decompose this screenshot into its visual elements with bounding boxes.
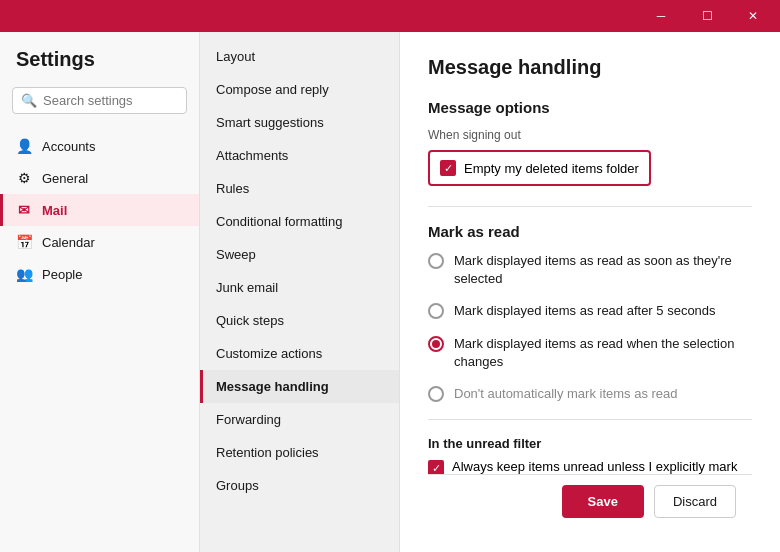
radio-3[interactable] (428, 336, 444, 352)
mid-nav-groups[interactable]: Groups (200, 469, 399, 502)
search-icon: 🔍 (21, 93, 37, 108)
accounts-icon: 👤 (16, 138, 32, 154)
radio-row-3[interactable]: Mark displayed items as read when the se… (428, 335, 752, 371)
titlebar: ─ ☐ ✕ (0, 0, 780, 32)
sidebar-title: Settings (0, 48, 199, 87)
radio-4[interactable] (428, 386, 444, 402)
mid-nav-compose[interactable]: Compose and reply (200, 73, 399, 106)
radio-row-1[interactable]: Mark displayed items as read as soon as … (428, 252, 752, 288)
page-title: Message handling (428, 56, 752, 79)
mid-nav-conditional[interactable]: Conditional formatting (200, 205, 399, 238)
empty-deleted-checkbox[interactable]: ✓ (440, 160, 456, 176)
mid-nav-layout[interactable]: Layout (200, 40, 399, 73)
close-button[interactable]: ✕ (730, 0, 776, 32)
people-icon: 👥 (16, 266, 32, 282)
sidebar-item-general-label: General (42, 171, 88, 186)
search-box[interactable]: 🔍 (12, 87, 187, 114)
divider-2 (428, 419, 752, 420)
mid-nav-smart[interactable]: Smart suggestions (200, 106, 399, 139)
radio-3-inner (432, 340, 440, 348)
sidebar-item-mail-label: Mail (42, 203, 67, 218)
bottom-bar: Save Discard (428, 474, 752, 528)
radio-row-2[interactable]: Mark displayed items as read after 5 sec… (428, 302, 752, 320)
sidebar-item-people[interactable]: 👥 People (0, 258, 199, 290)
radio-label-2: Mark displayed items as read after 5 sec… (454, 302, 716, 320)
mid-nav-customize[interactable]: Customize actions (200, 337, 399, 370)
discard-button[interactable]: Discard (654, 485, 736, 518)
sidebar-item-people-label: People (42, 267, 82, 282)
when-signing-out-label: When signing out (428, 128, 752, 142)
mid-nav-sweep[interactable]: Sweep (200, 238, 399, 271)
radio-row-4[interactable]: Don't automatically mark items as read (428, 385, 752, 403)
sidebar: Settings 🔍 👤 Accounts ⚙ General ✉ Mail 📅… (0, 32, 200, 552)
main-container: Settings 🔍 👤 Accounts ⚙ General ✉ Mail 📅… (0, 32, 780, 552)
radio-label-3: Mark displayed items as read when the se… (454, 335, 752, 371)
mid-nav-rules[interactable]: Rules (200, 172, 399, 205)
mid-nav-retention[interactable]: Retention policies (200, 436, 399, 469)
unread-filter-title: In the unread filter (428, 436, 752, 451)
empty-deleted-checkbox-row[interactable]: ✓ Empty my deleted items folder (428, 150, 651, 186)
mid-nav-messagehandling[interactable]: Message handling (200, 370, 399, 403)
radio-2[interactable] (428, 303, 444, 319)
divider (428, 206, 752, 207)
sidebar-item-calendar-label: Calendar (42, 235, 95, 250)
mid-nav-junk[interactable]: Junk email (200, 271, 399, 304)
radio-label-1: Mark displayed items as read as soon as … (454, 252, 752, 288)
mark-as-read-title: Mark as read (428, 223, 752, 240)
radio-1[interactable] (428, 253, 444, 269)
mail-icon: ✉ (16, 202, 32, 218)
sidebar-item-accounts-label: Accounts (42, 139, 95, 154)
restore-button[interactable]: ☐ (684, 0, 730, 32)
calendar-icon: 📅 (16, 234, 32, 250)
mid-nav-forwarding[interactable]: Forwarding (200, 403, 399, 436)
general-icon: ⚙ (16, 170, 32, 186)
mid-nav: Layout Compose and reply Smart suggestio… (200, 32, 400, 552)
minimize-button[interactable]: ─ (638, 0, 684, 32)
content-area: Message handling Message options When si… (400, 32, 780, 552)
radio-label-4: Don't automatically mark items as read (454, 385, 678, 403)
sidebar-item-calendar[interactable]: 📅 Calendar (0, 226, 199, 258)
mid-nav-quicksteps[interactable]: Quick steps (200, 304, 399, 337)
mid-nav-attachments[interactable]: Attachments (200, 139, 399, 172)
sidebar-item-accounts[interactable]: 👤 Accounts (0, 130, 199, 162)
empty-deleted-label: Empty my deleted items folder (464, 161, 639, 176)
sidebar-item-mail[interactable]: ✉ Mail (0, 194, 199, 226)
always-keep-label: Always keep items unread unless I explic… (452, 459, 737, 474)
message-options-title: Message options (428, 99, 752, 116)
search-input[interactable] (43, 93, 178, 108)
save-button[interactable]: Save (562, 485, 644, 518)
sidebar-item-general[interactable]: ⚙ General (0, 162, 199, 194)
